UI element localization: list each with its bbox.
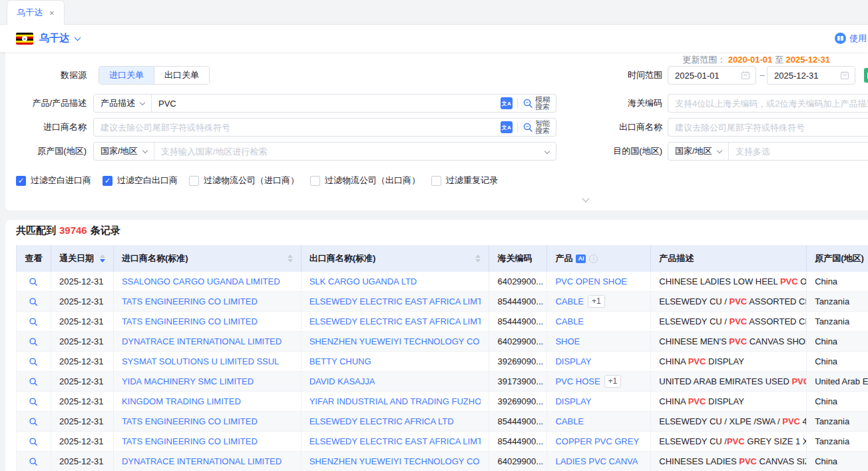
chevron-down-icon <box>582 195 589 202</box>
exporter-link[interactable]: ELSEWEDY ELECTRIC EAST AFRICA LIMTED <box>310 296 481 306</box>
filter-checkbox-1[interactable]: ✓过滤空白出口商 <box>103 175 178 187</box>
product-link[interactable]: COPPER PVC GREY <box>555 436 639 446</box>
translate-icon[interactable]: 文A <box>501 121 513 133</box>
origin-cell: Tanzania <box>807 432 868 451</box>
end-date-input[interactable] <box>774 71 840 81</box>
exporter-link[interactable]: SLK CARGO UGANDA LTD <box>310 276 417 286</box>
importer-link[interactable]: TATS ENGINEERING CO LIMITED <box>122 416 258 426</box>
tab-export-declarations[interactable]: 出口关单 <box>154 67 209 84</box>
description-text: CHINESE MEN'S PVC CANVAS SHOE... <box>659 336 807 346</box>
destination-type-selector[interactable]: 国家/地区 <box>668 143 729 160</box>
product-link[interactable]: PVC OPEN SHOE <box>555 276 627 286</box>
exporter-link[interactable]: ELSEWEDY ELECTRIC EAST AFRICA LIMTED <box>310 316 481 326</box>
sort-icons[interactable] <box>95 254 105 262</box>
checkbox-box[interactable]: ✓ <box>103 176 112 186</box>
importer-link[interactable]: SYSMAT SOLUTIONS U LIMITED SSUL <box>122 356 279 366</box>
view-cell <box>17 452 51 471</box>
checkbox-box[interactable] <box>310 176 320 186</box>
end-date-field[interactable] <box>767 66 855 85</box>
importer-link[interactable]: DYNATRACE INTERNATIONAL LIMITED <box>122 336 282 346</box>
date-range-separator: – <box>759 66 765 85</box>
view-details-button[interactable] <box>29 337 38 346</box>
filter-checkbox-2[interactable]: 过滤物流公司（进口商） <box>189 175 299 187</box>
more-products-badge[interactable]: +1 <box>604 375 622 388</box>
calendar-icon[interactable] <box>741 71 750 80</box>
checkbox-box[interactable] <box>431 176 441 186</box>
view-details-button[interactable] <box>29 417 38 426</box>
sort-icons[interactable] <box>282 254 293 262</box>
fuzzy-search-button[interactable]: 模糊搜索 <box>523 96 550 111</box>
product-link[interactable]: SHOE <box>555 336 580 346</box>
view-details-button[interactable] <box>29 297 38 306</box>
filter-checkbox-4[interactable]: 过滤重复记录 <box>431 175 498 187</box>
importer-link[interactable]: YIDA MACHINERY SMC LIMITED <box>122 376 254 386</box>
more-products-badge[interactable]: +1 <box>588 295 605 308</box>
importer-link[interactable]: KINGDOM TRADING LIMITED <box>122 396 241 406</box>
sort-icons[interactable] <box>470 254 481 262</box>
info-icon[interactable]: i <box>589 254 598 263</box>
importer-link[interactable]: TATS ENGINEERING CO LIMITED <box>122 316 258 326</box>
tab-close-icon[interactable]: × <box>49 9 55 17</box>
chevron-down-icon[interactable] <box>75 34 81 41</box>
origin-type-selector[interactable]: 国家/地区 <box>94 143 154 160</box>
exporter-link[interactable]: BETTY CHUNG <box>310 356 371 366</box>
checkbox-box[interactable]: ✓ <box>16 176 26 186</box>
chevron-down-icon[interactable] <box>544 149 550 154</box>
filter-checkbox-0[interactable]: ✓过滤空白进口商 <box>16 175 91 187</box>
tab-import-declarations[interactable]: 进口关单 <box>99 67 154 84</box>
column-header-importer[interactable]: 进口商名称(标准) <box>114 245 302 272</box>
exporter-link[interactable]: SHENZHEN YUEWEIYI TECHNOLOGY CO LTD <box>310 336 481 346</box>
translate-icon[interactable]: 文A <box>501 97 513 109</box>
product-type-selector[interactable]: 产品描述 <box>94 95 152 112</box>
hs-code-input[interactable] <box>668 99 868 109</box>
collapse-filters-button[interactable] <box>571 196 600 207</box>
importer-search-input[interactable] <box>94 123 501 133</box>
view-details-button[interactable] <box>29 437 38 446</box>
country-tab[interactable]: 乌干达 × <box>7 0 65 25</box>
product-link[interactable]: DISPLAY <box>555 356 591 366</box>
view-details-button[interactable] <box>29 397 38 406</box>
start-date-input[interactable] <box>675 71 741 81</box>
view-details-button[interactable] <box>29 377 38 386</box>
manual-book-icon <box>835 33 846 44</box>
column-header-exporter[interactable]: 出口商名称(标准) <box>302 245 490 272</box>
importer-link[interactable]: TATS ENGINEERING CO LIMITED <box>122 436 258 446</box>
product-link[interactable]: PVC HOSE <box>555 376 600 386</box>
origin-country-input[interactable] <box>154 147 545 157</box>
start-date-field[interactable] <box>668 66 756 85</box>
table-row: 2025-12-31DYNATRACE INTERNATIONAL LIMITE… <box>16 332 868 352</box>
exporter-link[interactable]: DAVID KASAJJA <box>310 376 375 386</box>
view-details-button[interactable] <box>29 457 38 466</box>
view-details-button[interactable] <box>29 317 38 326</box>
exporter-link[interactable]: SHENZHEN YUEWEIYI TECHNOLOGY CO LTD <box>310 456 481 466</box>
importer-link[interactable]: TATS ENGINEERING CO LIMITED <box>122 296 258 306</box>
clipped-green-button[interactable] <box>864 68 868 83</box>
country-selector[interactable]: 乌干达 <box>39 32 69 45</box>
product-link[interactable]: CABLE <box>555 316 584 326</box>
view-details-button[interactable] <box>29 277 38 286</box>
help-link[interactable]: 使用 <box>835 25 868 52</box>
date-cell: 2025-12-31 <box>51 272 114 291</box>
results-table: 查看通关日期进口商名称(标准)出口商名称(标准)海关编码产品AIi产品描述原产国… <box>16 245 868 471</box>
exporter-input[interactable] <box>668 123 868 133</box>
column-header-date[interactable]: 通关日期 <box>51 245 114 272</box>
exporter-link[interactable]: ELSEWEDY ELECTRIC AFRICA LTD <box>310 416 454 426</box>
origin-cell: China <box>807 332 868 351</box>
exporter-link[interactable]: ELSEWEDY ELECTRIC EAST AFRICA LIMTED <box>310 436 481 446</box>
product-link[interactable]: DISPLAY <box>555 396 591 406</box>
calendar-icon[interactable] <box>840 71 849 80</box>
exporter-link[interactable]: YIFAR INDUSTRIAL AND TRADING FUZHOU... <box>310 396 481 406</box>
product-link[interactable]: LADIES PVC CANVA <box>555 456 638 466</box>
product-link[interactable]: CABLE <box>555 296 584 306</box>
checkbox-box[interactable] <box>189 176 199 186</box>
product-link[interactable]: CABLE <box>555 416 584 426</box>
date-cell: 2025-12-31 <box>51 452 114 471</box>
importer-link[interactable]: SSALONGO CARGO UGANDA LIMITED <box>122 276 280 286</box>
destination-country-input[interactable] <box>729 147 868 157</box>
importer-link[interactable]: DYNATRACE INTERNATIONAL LIMITED <box>122 456 282 466</box>
view-details-button[interactable] <box>29 357 38 366</box>
filter-checkbox-3[interactable]: 过滤物流公司（出口商） <box>310 175 420 187</box>
search-icon <box>523 98 533 109</box>
smart-search-button[interactable]: 智能搜索 <box>523 120 550 135</box>
product-search-input[interactable] <box>152 99 501 109</box>
